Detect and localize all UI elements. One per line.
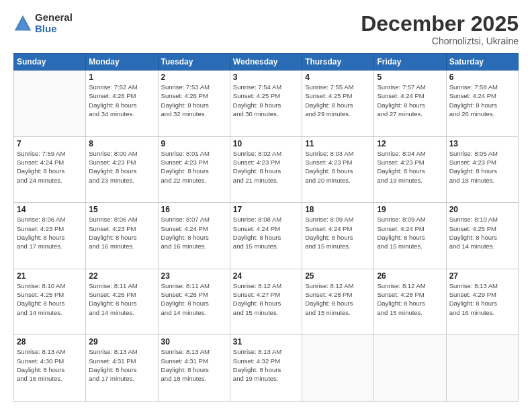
logo-icon: [13, 14, 32, 33]
day-info: Sunrise: 8:11 AM Sunset: 4:26 PM Dayligh…: [89, 281, 154, 317]
day-info: Sunrise: 8:13 AM Sunset: 4:30 PM Dayligh…: [17, 347, 83, 383]
day-info: Sunrise: 8:10 AM Sunset: 4:25 PM Dayligh…: [449, 215, 515, 250]
calendar: Sunday Monday Tuesday Wednesday Thursday…: [13, 53, 519, 402]
header-sunday: Sunday: [14, 54, 86, 71]
day-number: 25: [305, 271, 371, 281]
day-info: Sunrise: 8:06 AM Sunset: 4:23 PM Dayligh…: [89, 215, 154, 250]
table-row: [14, 71, 86, 137]
day-number: 17: [233, 205, 299, 214]
day-number: 5: [377, 73, 443, 82]
day-info: Sunrise: 8:13 AM Sunset: 4:31 PM Dayligh…: [89, 347, 154, 383]
day-info: Sunrise: 7:52 AM Sunset: 4:26 PM Dayligh…: [89, 83, 154, 118]
logo-general-text: General: [35, 12, 73, 24]
day-info: Sunrise: 8:00 AM Sunset: 4:23 PM Dayligh…: [89, 149, 154, 185]
table-row: 22Sunrise: 8:11 AM Sunset: 4:26 PM Dayli…: [86, 269, 158, 335]
header-tuesday: Tuesday: [158, 54, 230, 71]
day-info: Sunrise: 7:54 AM Sunset: 4:25 PM Dayligh…: [233, 83, 299, 118]
day-number: 24: [233, 271, 299, 281]
table-row: 17Sunrise: 8:08 AM Sunset: 4:24 PM Dayli…: [230, 203, 302, 269]
table-row: 18Sunrise: 8:09 AM Sunset: 4:24 PM Dayli…: [302, 203, 374, 269]
header-thursday: Thursday: [302, 54, 374, 71]
table-row: 11Sunrise: 8:03 AM Sunset: 4:23 PM Dayli…: [302, 136, 374, 203]
location: Chornoliztsi, Ukraine: [361, 36, 519, 46]
table-row: 21Sunrise: 8:10 AM Sunset: 4:25 PM Dayli…: [14, 269, 86, 335]
table-row: 4Sunrise: 7:55 AM Sunset: 4:25 PM Daylig…: [302, 71, 374, 137]
day-number: 31: [233, 337, 299, 347]
table-row: 16Sunrise: 8:07 AM Sunset: 4:24 PM Dayli…: [158, 203, 230, 269]
day-info: Sunrise: 8:02 AM Sunset: 4:23 PM Dayligh…: [233, 149, 299, 185]
day-number: 20: [449, 205, 515, 214]
day-info: Sunrise: 8:04 AM Sunset: 4:23 PM Dayligh…: [377, 149, 443, 185]
day-number: 27: [449, 271, 515, 281]
table-row: 25Sunrise: 8:12 AM Sunset: 4:28 PM Dayli…: [302, 269, 374, 335]
day-number: 10: [233, 139, 299, 148]
table-row: 31Sunrise: 8:13 AM Sunset: 4:32 PM Dayli…: [230, 335, 302, 402]
day-info: Sunrise: 8:05 AM Sunset: 4:23 PM Dayligh…: [449, 149, 515, 185]
header-saturday: Saturday: [446, 54, 518, 71]
logo-blue-text: Blue: [35, 24, 73, 35]
table-row: 9Sunrise: 8:01 AM Sunset: 4:23 PM Daylig…: [158, 136, 230, 203]
day-info: Sunrise: 8:06 AM Sunset: 4:23 PM Dayligh…: [17, 215, 83, 250]
month-title: December 2025: [361, 12, 519, 36]
day-info: Sunrise: 8:08 AM Sunset: 4:24 PM Dayligh…: [233, 215, 299, 250]
table-row: 14Sunrise: 8:06 AM Sunset: 4:23 PM Dayli…: [14, 203, 86, 269]
table-row: 13Sunrise: 8:05 AM Sunset: 4:23 PM Dayli…: [446, 136, 518, 203]
day-info: Sunrise: 8:13 AM Sunset: 4:32 PM Dayligh…: [233, 347, 299, 383]
day-info: Sunrise: 8:13 AM Sunset: 4:31 PM Dayligh…: [161, 347, 227, 383]
day-info: Sunrise: 7:53 AM Sunset: 4:26 PM Dayligh…: [161, 83, 227, 118]
day-number: 3: [233, 73, 299, 82]
day-number: 11: [305, 139, 371, 148]
day-number: 26: [377, 271, 443, 281]
table-row: 2Sunrise: 7:53 AM Sunset: 4:26 PM Daylig…: [158, 71, 230, 137]
day-info: Sunrise: 7:57 AM Sunset: 4:24 PM Dayligh…: [377, 83, 443, 118]
table-row: [446, 335, 518, 402]
day-info: Sunrise: 7:59 AM Sunset: 4:24 PM Dayligh…: [17, 149, 83, 185]
header-wednesday: Wednesday: [230, 54, 302, 71]
table-row: 8Sunrise: 8:00 AM Sunset: 4:23 PM Daylig…: [86, 136, 158, 203]
day-info: Sunrise: 7:58 AM Sunset: 4:24 PM Dayligh…: [449, 83, 515, 118]
day-info: Sunrise: 8:12 AM Sunset: 4:28 PM Dayligh…: [305, 281, 371, 317]
table-row: 23Sunrise: 8:11 AM Sunset: 4:26 PM Dayli…: [158, 269, 230, 335]
week-row-3: 14Sunrise: 8:06 AM Sunset: 4:23 PM Dayli…: [14, 203, 519, 269]
day-number: 21: [17, 271, 83, 281]
day-number: 14: [17, 205, 83, 214]
day-number: 22: [89, 271, 154, 281]
day-info: Sunrise: 8:01 AM Sunset: 4:23 PM Dayligh…: [161, 149, 227, 185]
day-number: 29: [89, 337, 154, 347]
table-row: 19Sunrise: 8:09 AM Sunset: 4:24 PM Dayli…: [374, 203, 446, 269]
table-row: 1Sunrise: 7:52 AM Sunset: 4:26 PM Daylig…: [86, 71, 158, 137]
day-info: Sunrise: 7:55 AM Sunset: 4:25 PM Dayligh…: [305, 83, 371, 118]
day-number: 13: [449, 139, 515, 148]
header: General Blue December 2025 Chornoliztsi,…: [13, 12, 519, 46]
table-row: 7Sunrise: 7:59 AM Sunset: 4:24 PM Daylig…: [14, 136, 86, 203]
day-number: 16: [161, 205, 227, 214]
day-number: 23: [161, 271, 227, 281]
day-info: Sunrise: 8:13 AM Sunset: 4:29 PM Dayligh…: [449, 281, 515, 317]
title-area: December 2025 Chornoliztsi, Ukraine: [361, 12, 519, 46]
day-info: Sunrise: 8:09 AM Sunset: 4:24 PM Dayligh…: [377, 215, 443, 250]
day-info: Sunrise: 8:03 AM Sunset: 4:23 PM Dayligh…: [305, 149, 371, 185]
day-number: 15: [89, 205, 154, 214]
day-number: 7: [17, 139, 83, 148]
day-number: 8: [89, 139, 154, 148]
table-row: 29Sunrise: 8:13 AM Sunset: 4:31 PM Dayli…: [86, 335, 158, 402]
table-row: 24Sunrise: 8:12 AM Sunset: 4:27 PM Dayli…: [230, 269, 302, 335]
table-row: 3Sunrise: 7:54 AM Sunset: 4:25 PM Daylig…: [230, 71, 302, 137]
weekday-header-row: Sunday Monday Tuesday Wednesday Thursday…: [14, 54, 519, 71]
day-number: 6: [449, 73, 515, 82]
day-info: Sunrise: 8:10 AM Sunset: 4:25 PM Dayligh…: [17, 281, 83, 317]
day-info: Sunrise: 8:07 AM Sunset: 4:24 PM Dayligh…: [161, 215, 227, 250]
header-monday: Monday: [86, 54, 158, 71]
day-number: 18: [305, 205, 371, 214]
day-info: Sunrise: 8:11 AM Sunset: 4:26 PM Dayligh…: [161, 281, 227, 317]
table-row: [302, 335, 374, 402]
table-row: 12Sunrise: 8:04 AM Sunset: 4:23 PM Dayli…: [374, 136, 446, 203]
table-row: [374, 335, 446, 402]
day-info: Sunrise: 8:09 AM Sunset: 4:24 PM Dayligh…: [305, 215, 371, 250]
week-row-2: 7Sunrise: 7:59 AM Sunset: 4:24 PM Daylig…: [14, 136, 519, 203]
table-row: 10Sunrise: 8:02 AM Sunset: 4:23 PM Dayli…: [230, 136, 302, 203]
week-row-5: 28Sunrise: 8:13 AM Sunset: 4:30 PM Dayli…: [14, 335, 519, 402]
logo: General Blue: [13, 12, 73, 34]
day-number: 4: [305, 73, 371, 82]
day-number: 30: [161, 337, 227, 347]
